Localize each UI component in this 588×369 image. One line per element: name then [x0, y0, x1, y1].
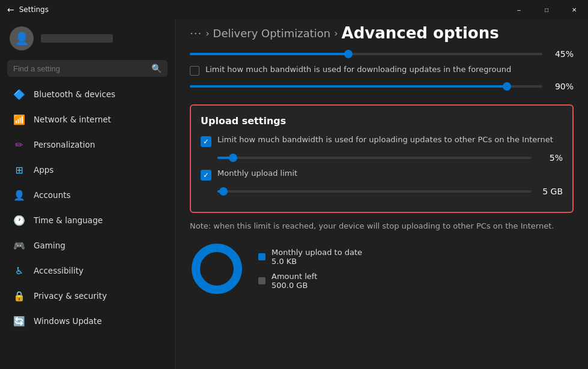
sidebar-item-personalization[interactable]: ✏️ Personalization [4, 133, 171, 157]
breadcrumb: ··· › Delivery Optimization › Advanced o… [175, 19, 588, 49]
legend-item-left: Amount left 500.0 GB [258, 272, 362, 290]
download-slider2-row: 90% [190, 82, 574, 91]
breadcrumb-sep1: › [205, 28, 209, 39]
upload-slider2-row: 5 GB [217, 187, 563, 196]
apps-icon: ⊞ [13, 164, 25, 176]
upload-slider1-value: 5% [539, 153, 563, 163]
sidebar: 👤 🔍 🔷 Bluetooth & devices 📶 Network & in… [0, 19, 175, 369]
breadcrumb-dots: ··· [190, 27, 202, 40]
gaming-icon: 🎮 [13, 239, 25, 251]
page-title: Advanced options [342, 24, 499, 42]
download-slider2-thumb [503, 82, 511, 91]
maximize-button[interactable]: □ [533, 0, 560, 19]
sidebar-label-gaming: Gaming [34, 241, 65, 250]
download-slider2-track[interactable] [190, 85, 542, 88]
app-body: 👤 🔍 🔷 Bluetooth & devices 📶 Network & in… [0, 19, 588, 369]
download-slider1-track[interactable] [190, 53, 542, 55]
close-button[interactable]: ✕ [560, 0, 588, 19]
privacy-icon: 🔒 [13, 290, 25, 302]
upload-checkbox2-row[interactable]: Monthly upload limit [201, 169, 563, 181]
upload-card-title: Upload settings [201, 115, 563, 127]
stats-section: Monthly upload to date 5.0 KB Amount lef… [190, 242, 574, 296]
title-bar: ← Settings – □ ✕ [0, 0, 588, 19]
download-slider1-row: 45% [190, 49, 574, 59]
minimize-button[interactable]: – [505, 0, 533, 19]
donut-svg [190, 242, 244, 296]
legend-item-upload: Monthly upload to date 5.0 KB [258, 248, 362, 266]
upload-slider1-fill [217, 157, 233, 159]
download-slider2-value: 90% [550, 82, 574, 91]
content-area: ··· › Delivery Optimization › Advanced o… [175, 19, 588, 369]
sidebar-item-windowsupdate[interactable]: 🔄 Windows Update [4, 309, 171, 333]
sidebar-item-bluetooth[interactable]: 🔷 Bluetooth & devices [4, 82, 171, 106]
legend-upload-text: Monthly upload to date 5.0 KB [271, 248, 362, 266]
sidebar-label-accounts: Accounts [34, 190, 71, 200]
sidebar-item-accounts[interactable]: 👤 Accounts [4, 183, 171, 207]
sidebar-item-time[interactable]: 🕐 Time & language [4, 208, 171, 232]
upload-slider1-row: 5% [217, 153, 563, 163]
windowsupdate-icon: 🔄 [13, 315, 25, 327]
download-slider1-fill [190, 53, 348, 55]
upload-checkbox1[interactable] [201, 136, 211, 147]
search-bar[interactable]: 🔍 [7, 60, 168, 77]
upload-slider2-thumb [219, 187, 228, 196]
upload-checkbox2-label: Monthly upload limit [217, 169, 297, 178]
breadcrumb-sep2: › [334, 28, 338, 39]
upload-slider1-track[interactable] [217, 157, 532, 159]
back-button[interactable]: ← [7, 5, 14, 14]
sidebar-item-privacy[interactable]: 🔒 Privacy & security [4, 284, 171, 308]
upload-note: Note: when this limit is reached, your d… [190, 220, 574, 232]
upload-slider2-track[interactable] [217, 190, 532, 193]
accessibility-icon: ♿ [13, 265, 25, 277]
sidebar-label-privacy: Privacy & security [34, 291, 107, 301]
time-icon: 🕐 [13, 214, 25, 226]
network-icon: 📶 [13, 113, 25, 125]
search-icon: 🔍 [151, 64, 162, 73]
bluetooth-icon: 🔷 [13, 88, 25, 100]
download-slider1-value: 45% [550, 49, 574, 59]
window-controls: – □ ✕ [505, 0, 588, 19]
stats-legend: Monthly upload to date 5.0 KB Amount lef… [258, 248, 362, 290]
sidebar-label-network: Network & internet [34, 115, 111, 124]
sidebar-label-bluetooth: Bluetooth & devices [34, 89, 115, 99]
sidebar-item-accessibility[interactable]: ♿ Accessibility [4, 259, 171, 283]
breadcrumb-link[interactable]: Delivery Optimization [213, 27, 331, 40]
download-checkbox-label: Limit how much bandwidth is used for dow… [205, 65, 511, 74]
svg-point-1 [196, 248, 238, 290]
upload-settings-card: Upload settings Limit how much bandwidth… [190, 104, 574, 213]
bandwidth-section: 45% Limit how much bandwidth is used for… [175, 49, 588, 104]
sidebar-label-personalization: Personalization [34, 140, 95, 149]
download-slider2-fill [190, 85, 507, 88]
upload-slider2-fill [217, 190, 223, 193]
sidebar-item-apps[interactable]: ⊞ Apps [4, 158, 171, 182]
sidebar-item-gaming[interactable]: 🎮 Gaming [4, 233, 171, 257]
donut-chart [190, 242, 244, 296]
legend-dot-left [258, 277, 265, 284]
legend-left-text: Amount left 500.0 GB [271, 272, 317, 290]
accounts-icon: 👤 [13, 189, 25, 201]
sidebar-label-time: Time & language [34, 215, 103, 225]
sidebar-label-accessibility: Accessibility [34, 266, 83, 275]
sidebar-label-windowsupdate: Windows Update [34, 316, 102, 326]
app-title: Settings [19, 5, 49, 14]
upload-checkbox2[interactable] [201, 170, 211, 181]
download-slider1-thumb [344, 50, 353, 58]
legend-dot-upload [258, 253, 265, 260]
personalization-icon: ✏️ [13, 139, 25, 151]
upload-checkbox1-label: Limit how much bandwidth is used for upl… [217, 135, 553, 144]
download-checkbox[interactable] [190, 66, 199, 76]
user-area: 👤 [0, 19, 175, 58]
user-name [41, 34, 113, 43]
search-input[interactable] [13, 64, 147, 73]
sidebar-item-network[interactable]: 📶 Network & internet [4, 107, 171, 131]
sidebar-label-apps: Apps [34, 165, 53, 175]
upload-checkbox1-row[interactable]: Limit how much bandwidth is used for upl… [201, 135, 563, 147]
upload-slider2-value: 5 GB [539, 187, 563, 196]
download-checkbox-row[interactable]: Limit how much bandwidth is used for dow… [190, 65, 574, 76]
upload-slider1-thumb [229, 154, 237, 162]
avatar: 👤 [10, 26, 34, 50]
